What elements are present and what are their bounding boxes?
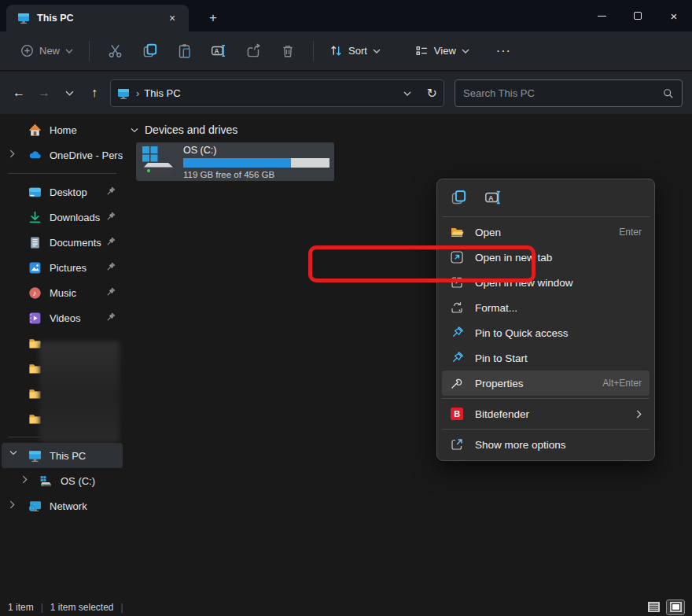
chevron-down-icon [65,49,73,53]
pin-icon [450,326,464,340]
submenu-chevron-icon [636,410,642,419]
menu-item-format[interactable]: Format... [442,295,650,320]
details-view-button[interactable] [645,600,662,614]
sidebar-item-documents[interactable]: Documents [2,230,123,255]
divider: | [121,602,123,613]
share-icon [246,43,261,58]
sidebar-item-onedrive[interactable]: OneDrive - Persona [2,142,123,168]
svg-text:B: B [454,409,460,419]
tab-close-icon[interactable]: × [164,9,181,27]
copy-quick-button[interactable] [445,186,472,209]
pin-icon [450,351,464,365]
breadcrumb[interactable]: This PC [144,87,403,99]
sort-button[interactable]: Sort [322,39,388,62]
documents-icon [28,236,42,249]
svg-text:♪: ♪ [32,289,36,297]
content-area: Home OneDrive - Persona Desktop [0,114,692,598]
plus-circle-icon [20,44,34,57]
chevron-down-icon [131,127,138,133]
downloads-icon [28,211,42,224]
sidebar-item-home[interactable]: Home [2,117,123,142]
new-label: New [39,45,60,57]
view-button[interactable]: View [407,39,477,62]
address-dropdown-icon[interactable] [403,91,411,96]
sidebar-item-desktop[interactable]: Desktop [2,179,123,205]
chevron-down-icon [9,450,17,456]
back-button[interactable]: ← [6,80,31,105]
open-new-window-icon [450,275,464,290]
tab-title: This PC [37,13,164,24]
tab-this-pc[interactable]: This PC × [6,5,189,31]
new-tab-button[interactable]: + [203,8,223,28]
sidebar-item-this-pc[interactable]: This PC [2,443,123,468]
details-view-icon [648,602,660,612]
copy-button[interactable] [132,37,167,65]
pin-icon [105,236,116,248]
menu-item-bitdefender[interactable]: B Bitdefender [442,401,650,426]
cut-button[interactable] [98,37,132,65]
sidebar: Home OneDrive - Persona Desktop [0,114,124,598]
command-bar: New A Sort View ··· [0,31,692,71]
trash-icon [281,44,295,58]
close-button[interactable]: × [656,0,692,31]
pin-icon [105,211,116,223]
minimize-button[interactable] [583,0,620,31]
large-icons-view-button[interactable] [667,600,684,614]
drive-icon [141,146,177,179]
this-pc-icon [28,449,42,463]
rename-quick-button[interactable]: A [480,186,506,209]
drive-icon [39,474,53,488]
maximize-button[interactable] [620,0,656,31]
menu-item-pin-to-start[interactable]: Pin to Start [442,345,650,371]
delete-button[interactable] [271,37,305,65]
refresh-icon[interactable]: ↻ [427,86,437,101]
sidebar-item-os-c[interactable]: OS (C:) [2,468,123,493]
copy-icon [451,190,466,205]
view-icon [415,44,429,57]
sidebar-item-network[interactable]: Network [2,493,123,518]
blurred-folder-labels [39,341,120,442]
chevron-right-icon [9,149,15,158]
search-input[interactable] [463,87,663,99]
forward-button[interactable]: → [31,80,57,105]
menu-item-open-in-new-window[interactable]: Open in new window [442,270,650,295]
section-devices-and-drives[interactable]: Devices and drives [131,124,237,136]
sidebar-item-pictures[interactable]: Pictures [2,255,123,280]
new-button[interactable]: New [13,39,81,62]
recent-locations-button[interactable] [57,80,82,105]
divider [89,41,90,61]
this-pc-icon [117,87,130,100]
shortcut: Alt+Enter [602,378,642,389]
menu-item-properties[interactable]: Properties Alt+Enter [442,371,650,396]
rename-icon: A [484,190,502,205]
menu-item-pin-to-quick-access[interactable]: Pin to Quick access [442,320,650,345]
share-button[interactable] [236,37,271,65]
divider [442,429,650,430]
paste-button[interactable] [167,37,201,65]
shortcut: Enter [619,227,642,238]
divider [8,173,116,174]
open-new-tab-icon [450,250,464,264]
drive-name: OS (C:) [183,145,329,156]
menu-item-open-in-new-tab[interactable]: Open in new tab [442,245,650,270]
address-bar[interactable]: › This PC ↻ [110,79,444,107]
maximize-icon [634,12,642,20]
bitdefender-icon: B [450,407,464,421]
more-options-button[interactable]: ··· [488,41,519,61]
divider: | [41,602,43,613]
rename-button[interactable]: A [201,37,236,65]
menu-item-open[interactable]: Open Enter [442,219,650,245]
sidebar-item-music[interactable]: ♪ Music [2,280,123,305]
search-box[interactable] [455,79,683,107]
up-button[interactable]: ↑ [82,80,107,105]
search-icon[interactable] [663,88,674,99]
drive-free-space: 119 GB free of 456 GB [183,170,329,179]
drive-usage-bar [183,158,329,168]
drive-tile-os-c[interactable]: OS (C:) 119 GB free of 456 GB [136,142,334,181]
sidebar-item-downloads[interactable]: Downloads [2,205,123,230]
menu-item-show-more-options[interactable]: Show more options [442,432,650,457]
breadcrumb-separator: › [136,87,139,99]
large-icons-view-icon [670,602,682,612]
home-icon [28,124,42,137]
sidebar-item-videos[interactable]: Videos [2,305,123,330]
